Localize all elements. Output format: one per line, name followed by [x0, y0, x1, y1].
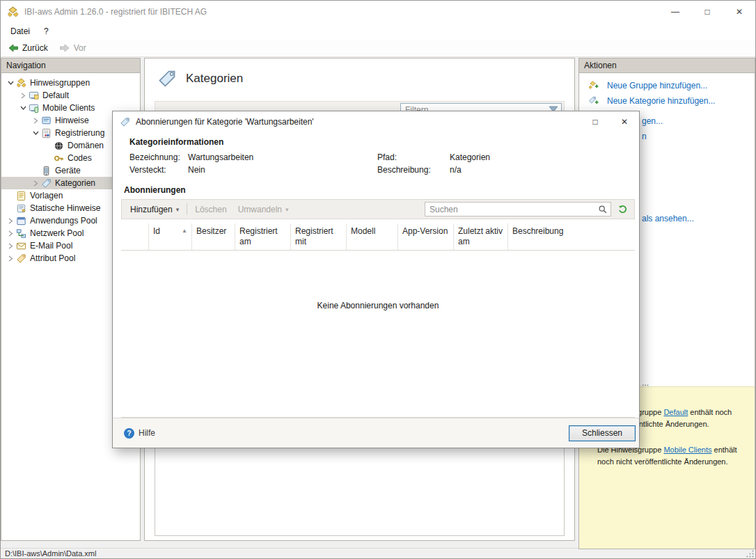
- app-window: IBI-aws Admin 1.26.0 - registriert für I…: [0, 0, 756, 559]
- subscriptions-toolbar: Hinzufügen ▾ Löschen Umwandeln ▾: [121, 199, 635, 219]
- notification-link-default[interactable]: Default: [663, 408, 688, 416]
- close-button[interactable]: ✕: [723, 1, 755, 23]
- action-partially-hidden[interactable]: n: [642, 132, 647, 141]
- toolbar-divider: [187, 203, 187, 215]
- chevron-collapsed-icon[interactable]: [31, 116, 41, 125]
- column-label: Registriert am: [239, 226, 286, 247]
- caret-down-icon: ▾: [176, 206, 180, 213]
- chevron-expanded-icon[interactable]: [6, 78, 16, 88]
- chevron-expanded-icon[interactable]: [18, 103, 29, 113]
- navigation-panel-title: Navigation: [6, 61, 46, 70]
- group-icon: [16, 78, 26, 88]
- chevron-collapsed-icon[interactable]: [6, 241, 16, 251]
- tree-item-label: Statische Hinweise: [30, 203, 100, 213]
- help-button[interactable]: ? Hilfe: [124, 428, 155, 439]
- subscriptions-table: Id ▲ Besitzer Registriert am Registriert…: [121, 223, 635, 418]
- status-path: D:\IBI-aws\Admin\Data.xml: [5, 549, 96, 558]
- action-label: Neue Gruppe hinzufügen...: [607, 81, 707, 90]
- tree-item-label: Default: [42, 90, 69, 100]
- table-body[interactable]: Keine Abonnierungen vorhanden: [121, 251, 635, 417]
- delete-button[interactable]: Löschen: [189, 202, 232, 217]
- action-partially-hidden[interactable]: als ansehen...: [642, 214, 694, 223]
- schliessen-button-label: Schliessen: [582, 428, 622, 438]
- title-bar: IBI-aws Admin 1.26.0 - registriert für I…: [1, 1, 755, 23]
- help-icon: ?: [124, 428, 134, 439]
- menu-bar: Datei ?: [1, 23, 755, 40]
- column-select[interactable]: [121, 223, 149, 250]
- column-label: App-Version: [402, 226, 448, 237]
- section-heading-abonnierungen: Abonnierungen: [124, 185, 639, 195]
- column-label: Id: [153, 226, 160, 237]
- column-label: Zuletzt aktiv am: [458, 226, 503, 247]
- back-button[interactable]: Zurück: [5, 42, 54, 54]
- empty-state-text: Keine Abonnierungen vorhanden: [121, 301, 635, 310]
- action-partially-hidden[interactable]: gen...: [642, 116, 663, 126]
- menu-item-datei[interactable]: Datei: [3, 24, 37, 38]
- forward-button[interactable]: Vor: [56, 42, 92, 54]
- mobile-client-icon: [29, 103, 39, 113]
- kategorien-icon: [41, 178, 52, 189]
- new-category-icon: [588, 95, 599, 106]
- delete-button-label: Löschen: [195, 205, 226, 214]
- field-value: n/a: [450, 165, 639, 175]
- actions-panel-header: Aktionen: [579, 58, 755, 73]
- tree-item-default[interactable]: Default: [1, 89, 140, 102]
- dialog-maximize-button[interactable]: □: [581, 111, 610, 132]
- actions-panel-title: Aktionen: [584, 61, 617, 70]
- search-field: [425, 202, 611, 216]
- action-new-group[interactable]: Neue Gruppe hinzufügen...: [588, 80, 707, 90]
- dialog-close-button[interactable]: ✕: [610, 111, 639, 132]
- tree-item-label: Hinweise: [55, 116, 89, 125]
- field-value: Kategorien: [450, 152, 639, 162]
- maximize-button[interactable]: □: [691, 1, 723, 23]
- chevron-collapsed-icon[interactable]: [6, 216, 16, 226]
- chevron-collapsed-icon[interactable]: [18, 90, 29, 100]
- field-label: Versteckt:: [129, 165, 188, 175]
- dialog-title-bar: Abonnierungen für Kategorie 'Wartungsarb…: [113, 111, 639, 132]
- resize-grip-icon[interactable]: [746, 549, 755, 558]
- search-input[interactable]: [425, 205, 598, 214]
- add-button[interactable]: Hinzufügen ▾: [125, 202, 184, 217]
- action-new-category[interactable]: Neue Kategorie hinzufügen...: [588, 95, 715, 106]
- dialog-tag-icon: [120, 117, 130, 127]
- column-beschreibung[interactable]: Beschreibung: [508, 223, 635, 250]
- column-besitzer[interactable]: Besitzer: [192, 223, 235, 250]
- refresh-button[interactable]: [617, 204, 628, 214]
- add-button-label: Hinzufügen: [130, 205, 173, 214]
- section-heading-kategorieinformationen: Kategorieinformationen: [129, 137, 639, 147]
- column-registriert-mit[interactable]: Registriert mit: [291, 223, 347, 250]
- category-info-grid: Bezeichnung: Wartungsarbeiten Pfad: Kate…: [129, 152, 639, 175]
- chevron-collapsed-icon[interactable]: [6, 228, 16, 238]
- menu-item-help[interactable]: ?: [37, 24, 56, 38]
- tree-item-hinweisgruppen[interactable]: Hinweisgruppen: [1, 77, 140, 89]
- statische-hinweise-icon: [16, 203, 26, 214]
- forward-label: Vor: [74, 43, 86, 53]
- column-modell[interactable]: Modell: [347, 223, 398, 250]
- chevron-collapsed-icon[interactable]: [31, 178, 41, 188]
- column-app-version[interactable]: App-Version: [398, 223, 454, 250]
- client-icon: [29, 90, 39, 101]
- notification-link-mobile-clients[interactable]: Mobile Clients: [663, 446, 711, 454]
- navigation-panel-header: Navigation: [1, 58, 140, 73]
- column-id[interactable]: Id ▲: [149, 223, 192, 250]
- help-label: Hilfe: [139, 428, 155, 438]
- convert-button[interactable]: Umwandeln ▾: [233, 202, 294, 217]
- chevron-expanded-icon[interactable]: [31, 128, 41, 138]
- dialog-footer: ? Hilfe Schliessen: [113, 418, 639, 448]
- column-zuletzt-aktiv-am[interactable]: Zuletzt aktiv am: [454, 223, 508, 250]
- tree-item-label: Vorlagen: [30, 191, 63, 200]
- schliessen-button[interactable]: Schliessen: [569, 425, 636, 441]
- app-icon: [7, 6, 19, 18]
- sort-ascending-icon: ▲: [182, 228, 187, 235]
- column-registriert-am[interactable]: Registriert am: [235, 223, 291, 250]
- chevron-collapsed-icon[interactable]: [6, 253, 16, 263]
- search-icon[interactable]: [598, 205, 608, 214]
- minimize-button[interactable]: —: [659, 1, 691, 23]
- main-header: Kategorien: [145, 58, 574, 94]
- action-label: Neue Kategorie hinzufügen...: [607, 96, 715, 106]
- window-title: IBI-aws Admin 1.26.0 - registriert für I…: [24, 7, 207, 17]
- chevron-placeholder: [6, 191, 16, 200]
- netzwerk-pool-icon: [16, 228, 26, 239]
- tree-item-label: Registrierung: [55, 128, 104, 138]
- column-label: Registriert mit: [295, 226, 342, 247]
